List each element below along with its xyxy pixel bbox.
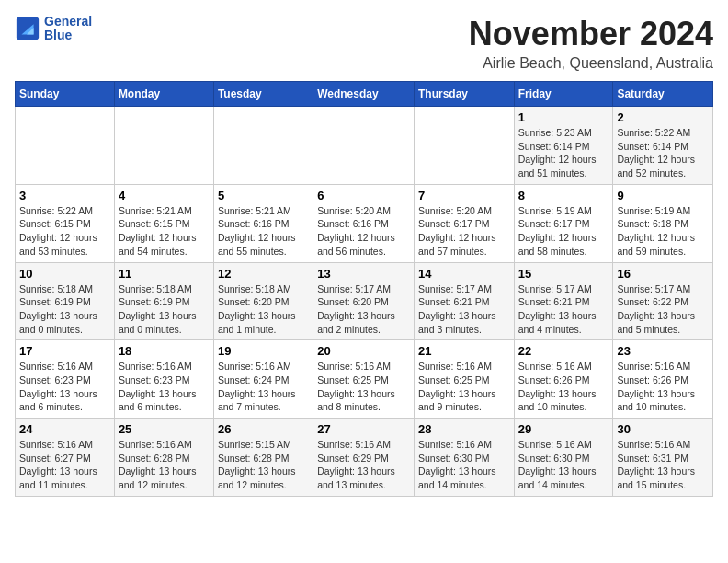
calendar-cell: 10Sunrise: 5:18 AM Sunset: 6:19 PM Dayli…: [16, 262, 115, 340]
calendar-week-row: 10Sunrise: 5:18 AM Sunset: 6:19 PM Dayli…: [16, 262, 713, 340]
day-info: Sunrise: 5:16 AM Sunset: 6:27 PM Dayligh…: [19, 438, 110, 492]
logo-text: General Blue: [44, 15, 92, 43]
day-number: 22: [518, 344, 609, 358]
weekday-header: Monday: [114, 82, 213, 107]
weekday-header: Sunday: [16, 82, 115, 107]
calendar-cell: 14Sunrise: 5:17 AM Sunset: 6:21 PM Dayli…: [414, 262, 514, 340]
day-info: Sunrise: 5:17 AM Sunset: 6:20 PM Dayligh…: [317, 282, 410, 337]
day-number: 16: [617, 267, 709, 281]
day-number: 17: [19, 344, 110, 358]
calendar-cell: 26Sunrise: 5:15 AM Sunset: 6:28 PM Dayli…: [213, 419, 313, 497]
day-number: 18: [119, 344, 210, 358]
calendar-cell: 9Sunrise: 5:19 AM Sunset: 6:18 PM Daylig…: [613, 184, 713, 262]
day-number: 6: [317, 189, 410, 202]
day-info: Sunrise: 5:18 AM Sunset: 6:20 PM Dayligh…: [218, 282, 309, 337]
svg-rect-0: [17, 17, 39, 40]
calendar-cell: [16, 107, 115, 185]
logo: General Blue: [15, 15, 92, 43]
weekday-header: Friday: [514, 82, 613, 107]
calendar-cell: [213, 107, 313, 185]
calendar-cell: 29Sunrise: 5:16 AM Sunset: 6:30 PM Dayli…: [514, 419, 613, 497]
day-number: 13: [317, 267, 410, 281]
day-info: Sunrise: 5:16 AM Sunset: 6:26 PM Dayligh…: [617, 360, 709, 414]
calendar-cell: 18Sunrise: 5:16 AM Sunset: 6:23 PM Dayli…: [114, 340, 213, 419]
day-info: Sunrise: 5:16 AM Sunset: 6:30 PM Dayligh…: [518, 438, 609, 492]
calendar-cell: 23Sunrise: 5:16 AM Sunset: 6:26 PM Dayli…: [613, 340, 713, 419]
day-number: 28: [418, 422, 510, 436]
calendar-week-row: 3Sunrise: 5:22 AM Sunset: 6:15 PM Daylig…: [16, 184, 713, 262]
calendar-cell: [313, 107, 415, 185]
calendar-cell: 13Sunrise: 5:17 AM Sunset: 6:20 PM Dayli…: [313, 262, 415, 340]
day-number: 24: [19, 422, 110, 436]
calendar-cell: 6Sunrise: 5:20 AM Sunset: 6:16 PM Daylig…: [313, 184, 415, 262]
day-info: Sunrise: 5:16 AM Sunset: 6:23 PM Dayligh…: [19, 360, 110, 414]
day-info: Sunrise: 5:18 AM Sunset: 6:19 PM Dayligh…: [19, 282, 110, 337]
day-number: 12: [218, 267, 309, 281]
calendar-week-row: 17Sunrise: 5:16 AM Sunset: 6:23 PM Dayli…: [16, 340, 713, 419]
calendar-cell: 2Sunrise: 5:22 AM Sunset: 6:14 PM Daylig…: [613, 107, 713, 185]
day-info: Sunrise: 5:16 AM Sunset: 6:25 PM Dayligh…: [418, 360, 510, 414]
weekday-header: Saturday: [613, 82, 713, 107]
day-number: 19: [218, 344, 309, 358]
day-info: Sunrise: 5:16 AM Sunset: 6:25 PM Dayligh…: [317, 360, 410, 414]
calendar-week-row: 1Sunrise: 5:23 AM Sunset: 6:14 PM Daylig…: [16, 107, 713, 185]
calendar-cell: 11Sunrise: 5:18 AM Sunset: 6:19 PM Dayli…: [114, 262, 213, 340]
day-number: 11: [119, 267, 210, 281]
calendar-cell: 3Sunrise: 5:22 AM Sunset: 6:15 PM Daylig…: [16, 184, 115, 262]
weekday-header: Wednesday: [313, 82, 415, 107]
day-info: Sunrise: 5:19 AM Sunset: 6:17 PM Dayligh…: [518, 204, 609, 259]
calendar-cell: 25Sunrise: 5:16 AM Sunset: 6:28 PM Dayli…: [114, 419, 213, 497]
calendar-cell: 20Sunrise: 5:16 AM Sunset: 6:25 PM Dayli…: [313, 340, 415, 419]
logo-icon: [15, 16, 40, 41]
day-info: Sunrise: 5:22 AM Sunset: 6:15 PM Dayligh…: [19, 204, 110, 259]
calendar-cell: 5Sunrise: 5:21 AM Sunset: 6:16 PM Daylig…: [213, 184, 313, 262]
day-number: 15: [518, 267, 609, 281]
day-info: Sunrise: 5:23 AM Sunset: 6:14 PM Dayligh…: [518, 126, 609, 180]
day-info: Sunrise: 5:22 AM Sunset: 6:14 PM Dayligh…: [617, 126, 709, 180]
day-number: 21: [418, 344, 510, 358]
calendar-cell: 7Sunrise: 5:20 AM Sunset: 6:17 PM Daylig…: [414, 184, 514, 262]
calendar-cell: 4Sunrise: 5:21 AM Sunset: 6:15 PM Daylig…: [114, 184, 213, 262]
day-number: 8: [518, 189, 609, 202]
day-info: Sunrise: 5:16 AM Sunset: 6:30 PM Dayligh…: [418, 438, 510, 492]
day-info: Sunrise: 5:17 AM Sunset: 6:21 PM Dayligh…: [518, 282, 609, 337]
day-info: Sunrise: 5:20 AM Sunset: 6:17 PM Dayligh…: [418, 204, 510, 259]
month-title: November 2024: [469, 15, 713, 53]
header: General Blue November 2024 Airlie Beach,…: [15, 15, 713, 72]
day-number: 26: [218, 422, 309, 436]
day-info: Sunrise: 5:20 AM Sunset: 6:16 PM Dayligh…: [317, 204, 410, 259]
day-info: Sunrise: 5:16 AM Sunset: 6:29 PM Dayligh…: [317, 438, 410, 492]
calendar-cell: 15Sunrise: 5:17 AM Sunset: 6:21 PM Dayli…: [514, 262, 613, 340]
calendar-cell: 21Sunrise: 5:16 AM Sunset: 6:25 PM Dayli…: [414, 340, 514, 419]
day-info: Sunrise: 5:17 AM Sunset: 6:21 PM Dayligh…: [418, 282, 510, 337]
day-info: Sunrise: 5:17 AM Sunset: 6:22 PM Dayligh…: [617, 282, 709, 337]
day-number: 25: [119, 422, 210, 436]
calendar-body: 1Sunrise: 5:23 AM Sunset: 6:14 PM Daylig…: [16, 107, 713, 497]
day-number: 5: [218, 189, 309, 202]
weekday-header: Tuesday: [213, 82, 313, 107]
day-info: Sunrise: 5:16 AM Sunset: 6:24 PM Dayligh…: [218, 360, 309, 414]
day-number: 4: [119, 189, 210, 202]
calendar-cell: 22Sunrise: 5:16 AM Sunset: 6:26 PM Dayli…: [514, 340, 613, 419]
day-info: Sunrise: 5:16 AM Sunset: 6:26 PM Dayligh…: [518, 360, 609, 414]
day-info: Sunrise: 5:15 AM Sunset: 6:28 PM Dayligh…: [218, 438, 309, 492]
day-number: 30: [617, 422, 709, 436]
calendar-cell: 16Sunrise: 5:17 AM Sunset: 6:22 PM Dayli…: [613, 262, 713, 340]
day-info: Sunrise: 5:16 AM Sunset: 6:28 PM Dayligh…: [119, 438, 210, 492]
calendar-cell: 8Sunrise: 5:19 AM Sunset: 6:17 PM Daylig…: [514, 184, 613, 262]
day-number: 23: [617, 344, 709, 358]
calendar-cell: 12Sunrise: 5:18 AM Sunset: 6:20 PM Dayli…: [213, 262, 313, 340]
calendar-table: SundayMondayTuesdayWednesdayThursdayFrid…: [15, 81, 713, 497]
day-number: 10: [19, 267, 110, 281]
calendar-cell: 27Sunrise: 5:16 AM Sunset: 6:29 PM Dayli…: [313, 419, 415, 497]
calendar-cell: 24Sunrise: 5:16 AM Sunset: 6:27 PM Dayli…: [16, 419, 115, 497]
weekday-header: Thursday: [414, 82, 514, 107]
day-number: 3: [19, 189, 110, 202]
calendar-header: SundayMondayTuesdayWednesdayThursdayFrid…: [16, 82, 713, 107]
day-number: 29: [518, 422, 609, 436]
day-info: Sunrise: 5:21 AM Sunset: 6:15 PM Dayligh…: [119, 204, 210, 259]
day-number: 20: [317, 344, 410, 358]
day-number: 27: [317, 422, 410, 436]
day-info: Sunrise: 5:19 AM Sunset: 6:18 PM Dayligh…: [617, 204, 709, 259]
location-title: Airlie Beach, Queensland, Australia: [469, 55, 713, 72]
